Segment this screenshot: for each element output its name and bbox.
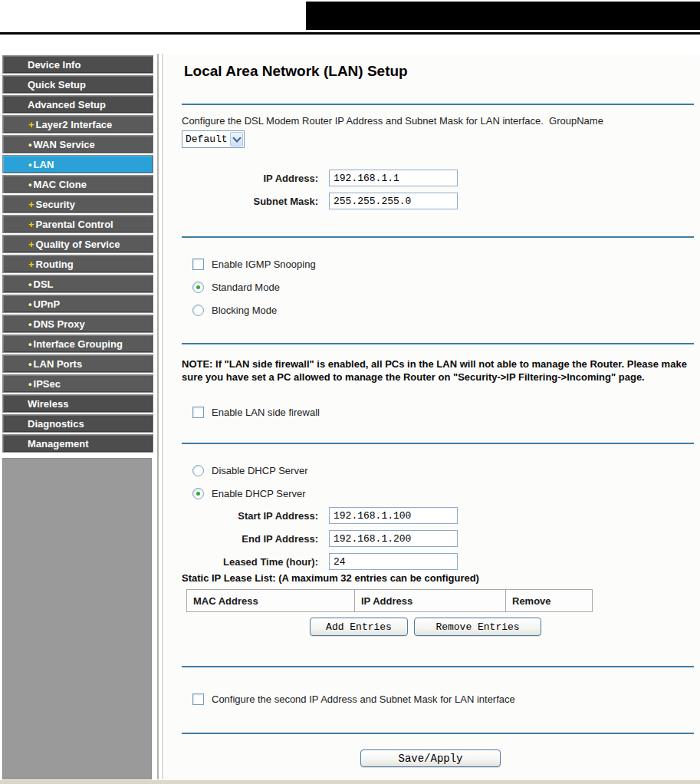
sidebar-item-upnp[interactable]: •UPnP bbox=[2, 295, 153, 313]
plus-bullet-icon: + bbox=[28, 259, 35, 270]
separator bbox=[182, 104, 694, 105]
sidebar-item-label: UPnP bbox=[34, 298, 61, 310]
separator bbox=[182, 443, 694, 444]
separator bbox=[182, 343, 694, 344]
page-title: Local Area Network (LAN) Setup bbox=[184, 63, 408, 80]
sidebar-item-lan[interactable]: •LAN bbox=[2, 155, 153, 173]
enable-dhcp-row: Enable DHCP Server bbox=[192, 487, 306, 499]
sidebar-item-security[interactable]: +Security bbox=[2, 195, 153, 213]
blocking-mode-radio[interactable] bbox=[192, 305, 204, 316]
disable-dhcp-radio[interactable] bbox=[192, 465, 204, 476]
sidebar-item-layer2-interface[interactable]: +Layer2 Interface bbox=[2, 115, 153, 133]
group-name-select[interactable]: Default bbox=[182, 130, 245, 148]
ip-address-label: IP Address: bbox=[182, 173, 329, 184]
dot-bullet-icon: • bbox=[28, 338, 32, 350]
sidebar-item-device-info[interactable]: Device Info bbox=[2, 55, 153, 74]
start-ip-label: Start IP Address: bbox=[182, 510, 329, 522]
sidebar-filler bbox=[2, 458, 152, 779]
igmp-snooping-label: Enable IGMP Snooping bbox=[212, 259, 316, 270]
page-bottom-border bbox=[0, 780, 700, 784]
second-ip-row: Configure the second IP Address and Subn… bbox=[192, 693, 515, 705]
sidebar-item-label: Wireless bbox=[28, 398, 68, 410]
sidebar-item-mac-clone[interactable]: •MAC Clone bbox=[2, 175, 153, 193]
dot-bullet-icon: • bbox=[28, 139, 32, 150]
lan-firewall-label: Enable LAN side firewall bbox=[212, 407, 320, 418]
subnet-mask-input[interactable] bbox=[329, 193, 458, 209]
sidebar-item-quick-setup[interactable]: Quick Setup bbox=[2, 75, 153, 94]
dot-bullet-icon: • bbox=[28, 378, 32, 390]
lease-time-input[interactable] bbox=[329, 553, 458, 570]
second-ip-label: Configure the second IP Address and Subn… bbox=[212, 693, 515, 705]
sidebar-item-label: Diagnostics bbox=[28, 418, 84, 430]
igmp-snooping-checkbox[interactable] bbox=[192, 259, 204, 270]
sidebar-item-label: Device Info bbox=[28, 59, 81, 71]
sidebar-item-dsl[interactable]: •DSL bbox=[2, 275, 153, 293]
dot-bullet-icon: • bbox=[28, 298, 32, 310]
sidebar-item-lan-ports[interactable]: •LAN Ports bbox=[2, 354, 153, 373]
table-header-row: MAC Address IP Address Remove bbox=[187, 590, 593, 612]
static-lease-caption: Static IP Lease List: (A maximum 32 entr… bbox=[182, 572, 479, 584]
col-header-remove: Remove bbox=[506, 590, 593, 612]
dot-bullet-icon: • bbox=[28, 278, 32, 290]
sidebar-item-label: MAC Clone bbox=[34, 179, 87, 190]
lan-firewall-row: Enable LAN side firewall bbox=[192, 406, 320, 418]
end-ip-input[interactable] bbox=[329, 530, 458, 547]
lease-time-label: Leased Time (hour): bbox=[182, 556, 329, 568]
sidebar-item-interface-grouping[interactable]: •Interface Grouping bbox=[2, 334, 153, 353]
separator bbox=[182, 236, 694, 238]
sidebar-item-parental-control[interactable]: +Parental Control bbox=[2, 215, 153, 233]
sidebar-item-label: Quick Setup bbox=[28, 79, 86, 91]
enable-dhcp-radio[interactable] bbox=[192, 488, 204, 499]
sidebar-item-wan-service[interactable]: •WAN Service bbox=[2, 135, 153, 153]
disable-dhcp-label: Disable DHCP Server bbox=[212, 465, 307, 476]
plus-bullet-icon: + bbox=[28, 239, 35, 250]
ip-address-input[interactable] bbox=[329, 170, 458, 186]
igmp-snooping-row: Enable IGMP Snooping bbox=[192, 258, 316, 270]
col-header-mac-address: MAC Address bbox=[187, 590, 355, 612]
sidebar-divider bbox=[157, 54, 159, 779]
intro-text: Configure the DSL Modem Router IP Addres… bbox=[182, 115, 694, 127]
sidebar-item-advanced-setup[interactable]: Advanced Setup bbox=[2, 95, 153, 114]
sidebar-item-label: Quality of Service bbox=[36, 239, 120, 250]
start-ip-input[interactable] bbox=[329, 507, 458, 524]
standard-mode-row: Standard Mode bbox=[192, 281, 280, 293]
sidebar-item-label: Parental Control bbox=[36, 219, 113, 230]
sidebar-item-management[interactable]: Management bbox=[2, 434, 153, 453]
sidebar-item-routing[interactable]: +Routing bbox=[2, 255, 153, 273]
sidebar-item-quality-of-service[interactable]: +Quality of Service bbox=[2, 235, 153, 253]
separator bbox=[182, 666, 694, 667]
sidebar-item-label: Routing bbox=[36, 259, 74, 270]
sidebar-item-label: DSL bbox=[34, 278, 54, 290]
second-ip-checkbox[interactable] bbox=[192, 693, 204, 705]
redacted-header-block bbox=[306, 2, 700, 30]
plus-bullet-icon: + bbox=[28, 119, 35, 130]
sidebar-item-wireless[interactable]: Wireless bbox=[2, 394, 153, 413]
save-apply-button[interactable]: Save/Apply bbox=[360, 749, 501, 767]
end-ip-label: End IP Address: bbox=[182, 533, 329, 545]
sidebar-item-diagnostics[interactable]: Diagnostics bbox=[2, 414, 153, 433]
chevron-glyph bbox=[232, 133, 241, 142]
sidebar-item-dns-proxy[interactable]: •DNS Proxy bbox=[2, 315, 153, 333]
col-header-ip-address: IP Address bbox=[355, 590, 506, 612]
header-rule bbox=[0, 32, 700, 35]
remove-entries-button[interactable]: Remove Entries bbox=[414, 618, 541, 636]
dot-bullet-icon: • bbox=[28, 179, 32, 190]
sidebar-item-label: Interface Grouping bbox=[34, 338, 123, 350]
enable-dhcp-label: Enable DHCP Server bbox=[212, 488, 306, 499]
sidebar-item-ipsec[interactable]: •IPSec bbox=[2, 374, 153, 393]
standard-mode-radio[interactable] bbox=[192, 282, 204, 293]
intro-sentence: Configure the DSL Modem Router IP Addres… bbox=[182, 115, 544, 127]
sidebar-item-label: Layer2 Interface bbox=[36, 119, 113, 130]
lan-firewall-checkbox[interactable] bbox=[192, 407, 204, 418]
subnet-mask-row: Subnet Mask: bbox=[182, 192, 458, 210]
standard-mode-label: Standard Mode bbox=[212, 282, 280, 293]
add-entries-button[interactable]: Add Entries bbox=[310, 618, 408, 636]
separator bbox=[182, 733, 694, 734]
sidebar-item-label: LAN bbox=[34, 159, 54, 170]
sidebar-item-label: Management bbox=[28, 438, 88, 450]
sidebar-item-label: Advanced Setup bbox=[28, 99, 106, 110]
start-ip-row: Start IP Address: bbox=[182, 506, 458, 525]
group-name-label: GroupName bbox=[549, 115, 603, 127]
chevron-down-icon[interactable] bbox=[230, 132, 243, 147]
blocking-mode-label: Blocking Mode bbox=[212, 305, 277, 316]
